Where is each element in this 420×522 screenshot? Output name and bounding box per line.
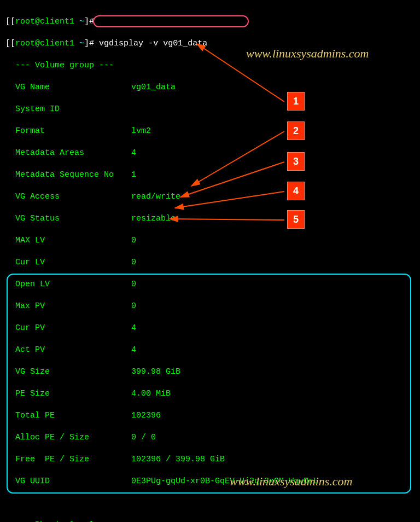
vg-actpv-row: Act PV4 [5,345,318,356]
annotation-badge-5: 5 [287,210,305,229]
pv-section-header: --- Physical volumes --- [5,520,318,522]
vg-curpv-row: Cur PV4 [5,323,318,334]
vg-section-header: --- Volume group --- [5,60,318,71]
watermark-top: www.linuxsysadmins.com [246,48,369,59]
vg-curlv-row: Cur LV0 [5,257,318,268]
vg-access-row: VG Accessread/write [5,192,318,202]
vg-freepe-row: Free PE / Size102396 / 399.98 GiB [5,454,318,465]
prompt-line-1: [[root@client1 ~]# [5,16,318,27]
vg-name-row: VG Namevg01_data [5,82,318,93]
annotation-badge-2: 2 [287,121,305,140]
vg-status-row: VG Statusresizable [5,213,318,224]
terminal-output: [[root@client1 ~]# [[root@client1 ~]# vg… [0,5,324,522]
vg-sysid-row: System ID [5,104,318,115]
vg-totpe-row: Total PE102396 [5,410,318,421]
vg-openlv-row: Open LV0 [5,279,318,290]
vg-maxpv-row: Max PV0 [5,301,318,312]
vg-format-row: Formatlvm2 [5,126,318,137]
command-text: vgdisplay -v vg01_data [99,39,207,48]
annotation-badge-1: 1 [287,92,305,111]
annotation-badge-3: 3 [287,152,305,171]
vg-metaseq-row: Metadata Sequence No1 [5,170,318,181]
vg-metaarea-row: Metadata Areas4 [5,148,318,159]
watermark-bottom: www.linuxsysadmins.com [230,476,352,487]
vg-maxlv-row: MAX LV0 [5,235,318,246]
vg-size-row: VG Size399.98 GiB [5,367,318,378]
vg-pesize-row: PE Size4.00 MiB [5,388,318,399]
annotation-badge-4: 4 [287,182,305,200]
vg-allocpe-row: Alloc PE / Size0 / 0 [5,432,318,443]
